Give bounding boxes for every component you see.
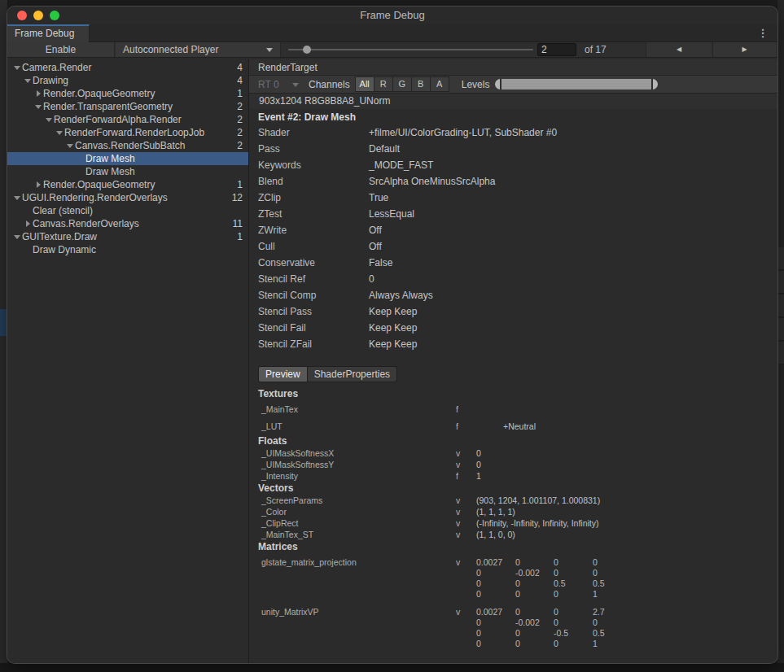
foldout-down-icon[interactable] bbox=[12, 196, 22, 200]
player-dropdown[interactable]: Autoconnected Player bbox=[116, 42, 281, 57]
tree-item[interactable]: UGUI.Rendering.RenderOverlays 12 bbox=[7, 191, 248, 204]
render-target-controls: RT 0 Channels All R G B A Levels bbox=[249, 76, 777, 94]
tab-label: Frame Debug bbox=[7, 26, 89, 41]
slider-handle[interactable] bbox=[303, 46, 311, 54]
detail-row: ConservativeFalse bbox=[249, 255, 777, 271]
channels-label: Channels bbox=[309, 79, 350, 90]
kebab-menu-icon[interactable]: ⋮ bbox=[756, 24, 769, 42]
background-row bbox=[777, 271, 784, 294]
chevron-down-icon bbox=[292, 83, 299, 87]
matrix-values: 0.0027000 0-0.00200 000.50.5 0001 bbox=[476, 557, 625, 600]
tree-item-count: 4 bbox=[237, 75, 248, 86]
foldout-down-icon[interactable] bbox=[65, 144, 75, 148]
shader-state-table: Shader+filme/UI/ColorGrading-LUT, SubSha… bbox=[249, 124, 777, 352]
tree-item-count: 1 bbox=[237, 231, 248, 242]
property-row: _UIMaskSoftnessX v 0 bbox=[249, 447, 777, 459]
detail-row: Keywords_MODE_FAST bbox=[249, 157, 777, 173]
main-split: Camera.Render 4 Drawing 4 Render.OpaqueG… bbox=[7, 59, 777, 663]
tree-item[interactable]: Draw Dynamic bbox=[7, 243, 248, 256]
tree-item-label: Draw Mesh bbox=[85, 166, 135, 177]
levels-range-fill bbox=[500, 79, 653, 89]
tab-strip: Frame Debug ⋮ bbox=[7, 24, 777, 42]
tree-item[interactable]: Render.OpaqueGeometry 1 bbox=[7, 178, 248, 191]
levels-range-slider[interactable] bbox=[495, 79, 658, 89]
background-editor-left bbox=[0, 0, 7, 672]
tree-item[interactable]: Draw Mesh bbox=[7, 165, 248, 178]
tree-item-count: 1 bbox=[237, 88, 248, 99]
tree-item[interactable]: Canvas.RenderSubBatch 2 bbox=[7, 139, 248, 152]
foldout-right-icon[interactable] bbox=[23, 220, 33, 227]
tree-item[interactable]: Render.OpaqueGeometry 1 bbox=[7, 87, 248, 100]
traffic-lights bbox=[17, 11, 59, 20]
background-row bbox=[777, 318, 784, 341]
tree-item-count: 1 bbox=[237, 179, 248, 190]
event-tree: Camera.Render 4 Drawing 4 Render.OpaqueG… bbox=[7, 59, 249, 663]
detail-row: Stencil FailKeep Keep bbox=[249, 320, 777, 336]
window-title: Frame Debug bbox=[7, 7, 777, 24]
detail-row: ZTestLessEqual bbox=[249, 206, 777, 222]
detail-row: ZClipTrue bbox=[249, 190, 777, 206]
tree-item[interactable]: Drawing 4 bbox=[7, 74, 248, 87]
tree-item-label: GUITexture.Draw bbox=[22, 231, 97, 242]
prev-event-button[interactable]: ◀ bbox=[646, 42, 712, 57]
tree-item[interactable]: RenderForward.RenderLoopJob 2 bbox=[7, 126, 248, 139]
foldout-right-icon[interactable] bbox=[33, 181, 43, 188]
tree-item[interactable]: Camera.Render 4 bbox=[7, 61, 248, 74]
matrix-block: unity_MatrixVP v 0.0027002.7 0-0.00200 0… bbox=[249, 607, 777, 649]
tree-item[interactable]: Clear (stencil) bbox=[7, 204, 248, 217]
tree-item[interactable]: Canvas.RenderOverlays 11 bbox=[7, 217, 248, 230]
event-slider[interactable] bbox=[287, 42, 535, 57]
property-row: _UIMaskSoftnessY v 0 bbox=[249, 459, 777, 470]
rt-dropdown[interactable]: RT 0 bbox=[258, 79, 309, 90]
foldout-down-icon[interactable] bbox=[44, 118, 54, 122]
levels-label: Levels bbox=[462, 79, 490, 90]
channel-all-button[interactable]: All bbox=[356, 77, 374, 91]
tree-item[interactable]: RenderForwardAlpha.Render 2 bbox=[7, 113, 248, 126]
tree-item-label: RenderForwardAlpha.Render bbox=[54, 114, 182, 125]
tree-item-label: Draw Mesh bbox=[85, 153, 135, 164]
tab-preview[interactable]: Preview bbox=[258, 366, 308, 382]
title-bar: Frame Debug bbox=[7, 7, 777, 24]
tree-item-label: RenderForward.RenderLoopJob bbox=[64, 127, 204, 138]
channel-g-button[interactable]: G bbox=[393, 77, 411, 91]
background-row bbox=[777, 295, 784, 317]
chevron-down-icon bbox=[266, 48, 273, 52]
foldout-down-icon[interactable] bbox=[55, 131, 64, 135]
enable-button[interactable]: Enable bbox=[7, 42, 115, 57]
channel-r-button[interactable]: R bbox=[374, 77, 392, 91]
section-title-floats: Floats bbox=[249, 434, 777, 447]
tree-item-selected[interactable]: Draw Mesh bbox=[7, 152, 248, 165]
channel-b-button[interactable]: B bbox=[412, 77, 430, 91]
tab-frame-debug[interactable]: Frame Debug bbox=[7, 24, 90, 42]
foldout-down-icon[interactable] bbox=[12, 235, 22, 239]
tree-item-label: Canvas.RenderSubBatch bbox=[75, 140, 185, 151]
channel-a-button[interactable]: A bbox=[431, 77, 449, 91]
background-editor-right bbox=[777, 0, 784, 672]
event-count-label: of 17 bbox=[585, 42, 607, 57]
property-row: _ScreenParams v (903, 1204, 1.001107, 1.… bbox=[249, 495, 777, 506]
foldout-down-icon[interactable] bbox=[23, 79, 33, 83]
close-button[interactable] bbox=[17, 11, 27, 20]
tree-item-label: Drawing bbox=[33, 75, 68, 86]
minimize-button[interactable] bbox=[33, 11, 43, 20]
section-title-vectors: Vectors bbox=[249, 482, 777, 495]
maximize-button[interactable] bbox=[50, 11, 59, 20]
tree-item-label: Camera.Render bbox=[22, 62, 91, 73]
detail-row: CullOff bbox=[249, 238, 777, 255]
tree-item[interactable]: GUITexture.Draw 1 bbox=[7, 230, 248, 243]
next-event-button[interactable]: ▶ bbox=[712, 42, 776, 57]
tree-item[interactable]: Render.TransparentGeometry 2 bbox=[7, 100, 248, 113]
tree-item-label: Clear (stencil) bbox=[33, 205, 93, 216]
foldout-down-icon[interactable] bbox=[12, 66, 22, 70]
tree-item-label: UGUI.Rendering.RenderOverlays bbox=[22, 192, 168, 203]
tab-shader-properties[interactable]: ShaderProperties bbox=[308, 366, 397, 382]
event-number-field[interactable]: 2 bbox=[537, 43, 576, 56]
foldout-right-icon[interactable] bbox=[33, 90, 43, 97]
detail-row: Stencil CompAlways Always bbox=[249, 287, 777, 303]
property-row: _MainTex_ST v (1, 1, 0, 0) bbox=[249, 529, 777, 540]
tree-item-label: Draw Dynamic bbox=[33, 244, 96, 255]
foldout-down-icon[interactable] bbox=[33, 105, 43, 109]
tree-item-count: 2 bbox=[237, 140, 248, 151]
tree-item-count: 4 bbox=[237, 62, 248, 73]
frame-debug-window: Frame Debug Frame Debug ⋮ Enable Autocon… bbox=[7, 7, 777, 663]
